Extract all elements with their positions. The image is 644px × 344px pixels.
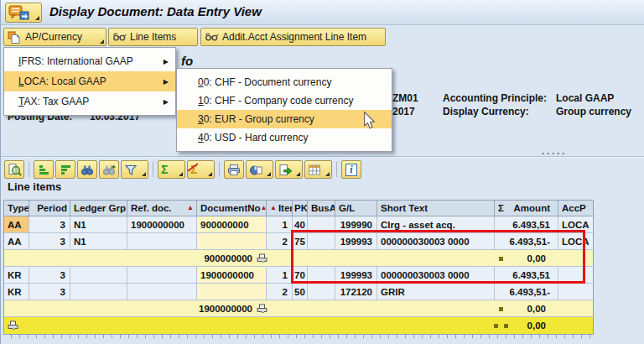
cell-pk[interactable]: 70 <box>293 267 308 283</box>
export-button[interactable] <box>275 160 303 179</box>
menu-item-tax[interactable]: TAX: Tax GAAP <box>4 91 175 112</box>
cell-type[interactable]: AA <box>4 216 29 232</box>
cell-item[interactable]: 2 <box>267 284 293 300</box>
cell-amount[interactable]: 6.493,51- <box>495 284 558 300</box>
cell-pk[interactable]: 50 <box>293 284 308 300</box>
cell-ref-doc[interactable]: 1900000000 <box>127 216 197 232</box>
alv-toolbar: Σ Σ <box>4 159 361 180</box>
cell-type[interactable]: KR <box>4 267 29 283</box>
cell-item[interactable]: 2 <box>267 233 293 249</box>
submenu-item-label: 40: USD - Hard currency <box>198 132 308 143</box>
submenu-item-label: 30: EUR - Group currency <box>198 113 314 125</box>
cell-item[interactable]: 1 <box>267 216 293 232</box>
submenu-item-40-hard-currency[interactable]: 40: USD - Hard currency <box>177 128 392 147</box>
column-header-ref-doc[interactable]: Ref. doc. <box>127 201 197 216</box>
column-header-short-text[interactable]: Short Text <box>377 201 495 216</box>
print-button[interactable] <box>224 160 244 179</box>
cell-busa[interactable] <box>308 267 335 283</box>
splitter-handle[interactable]: ····· <box>542 148 567 159</box>
subtotal-row: 900000000 0,00 <box>4 250 593 267</box>
column-header-type[interactable]: Type <box>4 201 29 216</box>
column-header-ledger-grp[interactable]: Ledger Grp <box>70 201 127 216</box>
cell-ref-doc[interactable] <box>127 284 197 300</box>
menu-item-loca[interactable]: LOCA: Local GAAP <box>4 71 175 91</box>
cell-ledger-grp[interactable] <box>70 284 127 300</box>
cell-accp[interactable] <box>558 284 593 300</box>
info-icon: i <box>345 164 357 176</box>
submenu-item-10-company-code-currency[interactable]: 10: CHF - Company code currency <box>177 91 392 110</box>
cell-documentno[interactable]: 1900000000 <box>197 267 267 283</box>
find-button[interactable] <box>77 160 97 179</box>
submenu-item-label: 00: CHF - Document currency <box>198 76 331 88</box>
column-header-accp[interactable]: AccP <box>558 201 593 216</box>
cell-documentno[interactable] <box>197 233 267 249</box>
total-button[interactable]: Σ <box>158 160 185 179</box>
cell-ledger-grp[interactable] <box>70 267 127 283</box>
menu-item-label: TAX: Tax GAAP <box>18 96 89 107</box>
cell-documentno[interactable]: 900000000 <box>197 216 267 232</box>
cell-period[interactable]: 3 <box>29 267 70 283</box>
total-breakdown-icon[interactable] <box>8 321 18 332</box>
cell-ledger-grp[interactable]: N1 <box>70 233 127 249</box>
sort-descending-button[interactable] <box>55 160 75 179</box>
cell-amount[interactable]: 6.493,51- <box>495 233 558 249</box>
cell-ledger-grp[interactable]: N1 <box>70 216 127 232</box>
cell-accp[interactable] <box>558 267 593 283</box>
sort-ascending-button[interactable] <box>34 160 54 179</box>
subtotal-document-no: 1900000000 <box>4 300 252 317</box>
sap-window: Display Document: Data Entry View AP/Cur… <box>0 0 644 344</box>
details-button[interactable] <box>4 160 24 179</box>
fiscal-year-value: 2017 <box>392 106 415 117</box>
subtotal-breakdown-icon[interactable] <box>257 253 267 265</box>
cell-accp[interactable]: LOCA <box>558 216 593 232</box>
cell-gl[interactable]: 172120 <box>335 284 377 300</box>
column-header-gl[interactable]: G/L <box>335 201 377 216</box>
cell-busa[interactable] <box>308 233 335 249</box>
submenu-item-00-document-currency[interactable]: 00: CHF - Document currency <box>177 73 392 91</box>
addit-acct-assignment-button[interactable]: Addit.Acct Assignment Line Item <box>200 28 386 46</box>
services-for-object-button[interactable] <box>5 3 42 23</box>
cell-pk[interactable]: 40 <box>293 216 308 232</box>
cell-short-text[interactable]: 000000030003 0000 <box>377 233 495 249</box>
cell-pk[interactable]: 75 <box>293 233 308 249</box>
column-header-pk[interactable]: PK <box>293 201 308 216</box>
cell-short-text[interactable]: Clrg - asset acq. <box>377 216 495 232</box>
cell-period[interactable]: 3 <box>29 284 70 300</box>
cell-short-text[interactable]: GRIR <box>377 284 495 300</box>
layout-button[interactable] <box>304 160 332 179</box>
info-button[interactable]: i <box>341 160 361 179</box>
toolbar-separator <box>153 162 153 177</box>
cell-gl[interactable]: 199993 <box>335 267 377 283</box>
cell-type[interactable]: AA <box>4 233 29 249</box>
cell-period[interactable]: 3 <box>29 233 70 249</box>
column-header-item[interactable]: Item <box>267 201 293 216</box>
cell-amount[interactable]: 6.493,51 <box>495 267 558 283</box>
cell-type[interactable]: KR <box>4 284 29 300</box>
cell-ref-doc[interactable] <box>127 267 197 283</box>
cell-busa[interactable] <box>308 216 335 232</box>
cell-period[interactable]: 3 <box>29 216 70 232</box>
views-button[interactable] <box>246 160 273 179</box>
menu-item-ifrs[interactable]: IFRS: International GAAP <box>4 51 175 71</box>
column-header-period[interactable]: Period <box>29 201 70 216</box>
find-next-button[interactable] <box>99 160 119 179</box>
cell-gl[interactable]: 199990 <box>335 216 377 232</box>
cell-amount[interactable]: 6.493,51 <box>495 216 558 232</box>
subtotal-button[interactable]: Σ <box>187 160 215 179</box>
cell-documentno[interactable] <box>197 284 267 300</box>
ap-currency-button[interactable]: AP/Currency <box>3 28 106 46</box>
cell-busa[interactable] <box>308 284 335 300</box>
subtotal-breakdown-icon[interactable] <box>257 304 267 315</box>
column-header-amount[interactable]: ΣAmount <box>495 201 558 216</box>
display-currency-label: Display Currency: <box>443 106 529 117</box>
cell-accp[interactable]: LOCA <box>558 233 593 249</box>
set-filter-button[interactable] <box>121 160 148 179</box>
column-header-documentno[interactable]: DocumentNo <box>197 201 267 216</box>
cell-short-text[interactable]: 000000030003 0000 <box>377 267 495 283</box>
submenu-item-30-group-currency[interactable]: 30: EUR - Group currency <box>177 110 392 128</box>
column-header-busa[interactable]: BusA <box>308 201 335 216</box>
cell-gl[interactable]: 199993 <box>335 233 377 249</box>
cell-item[interactable]: 1 <box>267 267 293 283</box>
line-items-button[interactable]: Line Items <box>108 28 198 46</box>
cell-ref-doc[interactable] <box>127 233 197 249</box>
